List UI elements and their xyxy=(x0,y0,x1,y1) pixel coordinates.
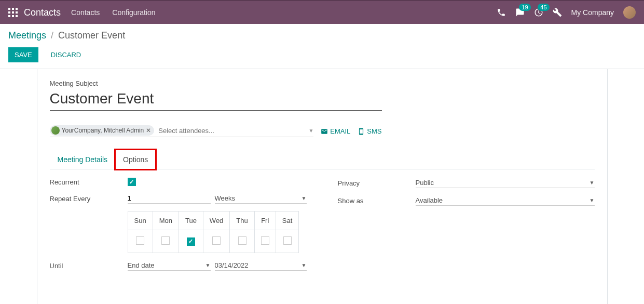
repeat-interval-input[interactable] xyxy=(128,193,211,204)
email-label: EMAIL xyxy=(330,127,350,135)
email-button[interactable]: EMAIL xyxy=(321,127,350,135)
svg-rect-7 xyxy=(12,15,14,17)
chevron-down-icon: ▼ xyxy=(302,262,307,268)
until-label: Until xyxy=(50,262,128,270)
discard-button[interactable]: DISCARD xyxy=(45,47,88,62)
tab-options[interactable]: Options xyxy=(115,150,156,169)
subject-input[interactable] xyxy=(50,89,382,111)
repeat-unit-value: Weeks xyxy=(215,194,236,202)
breadcrumb: Meetings / Customer Event xyxy=(8,30,636,41)
tag-avatar-icon xyxy=(51,126,60,135)
subject-label: Meeting Subject xyxy=(50,80,595,87)
svg-rect-1 xyxy=(12,8,14,10)
breadcrumb-parent[interactable]: Meetings xyxy=(8,30,46,41)
attendee-field[interactable]: YourCompany, Mitchell Admin ✕ ▼ xyxy=(50,125,314,137)
recurrent-label: Recurrent xyxy=(50,178,128,186)
day-thu-checkbox[interactable] xyxy=(238,236,246,245)
showas-select[interactable]: Available ▼ xyxy=(416,195,595,206)
chevron-down-icon: ▼ xyxy=(302,195,307,201)
tab-meeting-details[interactable]: Meeting Details xyxy=(50,150,116,169)
activity-badge: 45 xyxy=(538,4,549,11)
repeat-label: Repeat Every xyxy=(50,195,128,203)
svg-rect-8 xyxy=(16,15,18,17)
tag-remove-icon[interactable]: ✕ xyxy=(146,127,151,134)
nav-link-configuration[interactable]: Configuration xyxy=(112,8,155,17)
until-type-value: End date xyxy=(128,261,155,269)
chat-icon[interactable]: 19 xyxy=(515,8,525,17)
day-header: Sat xyxy=(276,212,299,230)
tabs: Meeting Details Options xyxy=(50,150,595,169)
apps-icon[interactable] xyxy=(8,8,18,17)
svg-rect-5 xyxy=(16,11,18,14)
day-fri-checkbox[interactable] xyxy=(261,236,269,245)
day-header: Sun xyxy=(128,212,153,230)
activity-icon[interactable]: 45 xyxy=(534,8,543,17)
chevron-down-icon[interactable]: ▼ xyxy=(308,128,313,134)
svg-rect-2 xyxy=(16,8,18,10)
chevron-down-icon: ▼ xyxy=(590,197,595,203)
chevron-down-icon: ▼ xyxy=(590,180,595,186)
day-sat-checkbox[interactable] xyxy=(283,236,292,245)
breadcrumb-current: Customer Event xyxy=(58,30,125,41)
until-type-select[interactable]: End date ▼ xyxy=(128,260,211,271)
showas-value: Available xyxy=(416,196,443,204)
day-header: Thu xyxy=(230,212,254,230)
phone-icon[interactable] xyxy=(497,8,506,17)
avatar[interactable] xyxy=(623,6,636,19)
chat-badge: 19 xyxy=(519,4,530,11)
attendee-input[interactable] xyxy=(157,126,308,136)
privacy-label: Privacy xyxy=(338,179,416,187)
sms-button[interactable]: SMS xyxy=(358,127,381,135)
debug-icon[interactable] xyxy=(553,8,562,17)
navbar: Contacts Contacts Configuration 19 45 My… xyxy=(0,0,644,24)
day-wed-checkbox[interactable] xyxy=(212,236,221,245)
day-header: Wed xyxy=(203,212,230,230)
save-button[interactable]: SAVE xyxy=(8,47,38,62)
day-header: Tue xyxy=(179,212,203,230)
until-date-input[interactable]: 03/14/2022 ▼ xyxy=(215,260,307,271)
recurrent-checkbox[interactable] xyxy=(128,178,136,186)
day-sun-checkbox[interactable] xyxy=(136,236,144,245)
chevron-down-icon: ▼ xyxy=(205,262,211,268)
repeat-unit-select[interactable]: Weeks ▼ xyxy=(215,193,307,204)
day-header: Mon xyxy=(153,212,179,230)
day-mon-checkbox[interactable] xyxy=(161,236,170,245)
svg-rect-6 xyxy=(8,15,10,17)
attendee-tag: YourCompany, Mitchell Admin ✕ xyxy=(50,125,155,136)
showas-label: Show as xyxy=(338,197,416,205)
day-header: Fri xyxy=(254,212,276,230)
svg-rect-3 xyxy=(8,11,10,14)
tab-options-content: Recurrent Repeat Every Weeks ▼ xyxy=(50,169,595,286)
nav-link-contacts[interactable]: Contacts xyxy=(71,8,100,17)
day-tue-checkbox[interactable] xyxy=(187,237,195,246)
attendee-tag-label: YourCompany, Mitchell Admin xyxy=(62,127,144,134)
svg-rect-4 xyxy=(12,11,14,14)
breadcrumb-sep: / xyxy=(51,30,53,41)
weekday-table: Sun Mon Tue Wed Thu Fri Sat xyxy=(128,211,299,253)
until-date-value: 03/14/2022 xyxy=(215,261,249,269)
svg-rect-0 xyxy=(8,8,10,10)
brand-name[interactable]: Contacts xyxy=(24,7,61,18)
form-sheet: Meeting Subject YourCompany, Mitchell Ad… xyxy=(37,69,608,304)
privacy-select[interactable]: Public ▼ xyxy=(416,178,595,188)
company-name[interactable]: My Company xyxy=(571,8,614,17)
sms-label: SMS xyxy=(367,127,381,135)
privacy-value: Public xyxy=(416,179,434,187)
